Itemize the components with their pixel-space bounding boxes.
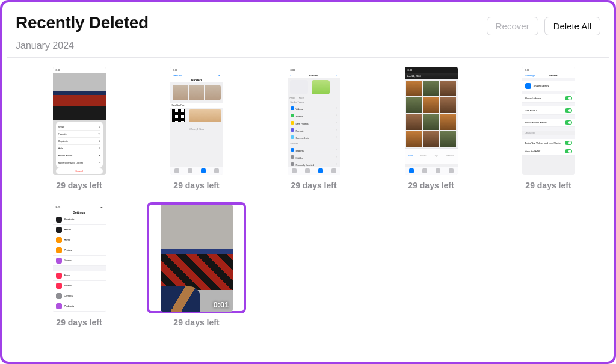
page-title: Recently Deleted	[16, 13, 149, 32]
thumbnail: 8:30••• Share⇧ Favorite♡ Duplicate⊞ Hide…	[53, 67, 106, 175]
video-duration-label: 0:01	[213, 300, 229, 309]
days-left-label: 29 days left	[408, 180, 454, 190]
header-actions: Recover Delete All	[487, 17, 600, 35]
deleted-item[interactable]: 8:30••• Share⇧ Favorite♡ Duplicate⊞ Hide…	[29, 65, 129, 190]
thumbnail: 8:30••• ‹Albums+ PeoplePlaces Media Type…	[288, 67, 340, 175]
deleted-item-selected[interactable]: 0:01 29 days left	[147, 202, 246, 327]
days-left-label: 29 days left	[525, 180, 571, 190]
deleted-item[interactable]: 8:30••• ‹ Albums⊕ Hidden Save Hide Free …	[147, 65, 246, 190]
thumbnail: 8:30••• Jan 11, 2024 YearsMonthsDaysAll …	[405, 67, 458, 175]
days-left-label: 29 days left	[56, 318, 102, 327]
selection-highlight: 0:01	[147, 202, 246, 313]
deleted-item[interactable]: 8:30••• ‹ SettingsPhotos Shared Library …	[499, 65, 598, 190]
days-left-label: 29 days left	[173, 318, 219, 327]
delete-all-button[interactable]: Delete All	[544, 17, 600, 35]
days-left-label: 29 days left	[291, 180, 336, 190]
thumbnail: 8:30••• ‹ Albums⊕ Hidden Save Hide Free …	[170, 67, 223, 175]
thumbnail: 0:01	[161, 205, 233, 312]
days-left-label: 29 days left	[56, 180, 102, 190]
deleted-items-grid: 8:30••• Share⇧ Favorite♡ Duplicate⊞ Hide…	[2, 58, 614, 339]
thumbnail: 8:29••• Settings Shortcuts Health Home P…	[53, 204, 106, 312]
thumbnail: 8:30••• ‹ SettingsPhotos Shared Library …	[522, 67, 575, 175]
recover-button[interactable]: Recover	[487, 17, 538, 35]
deleted-item[interactable]: 8:29••• Settings Shortcuts Health Home P…	[29, 202, 129, 327]
days-left-label: 29 days left	[173, 180, 219, 190]
deleted-item[interactable]: 8:30••• Jan 11, 2024 YearsMonthsDaysAll …	[381, 65, 481, 190]
deleted-item[interactable]: 8:30••• ‹Albums+ PeoplePlaces Media Type…	[264, 65, 363, 190]
section-date-label: January 2024	[2, 35, 614, 57]
